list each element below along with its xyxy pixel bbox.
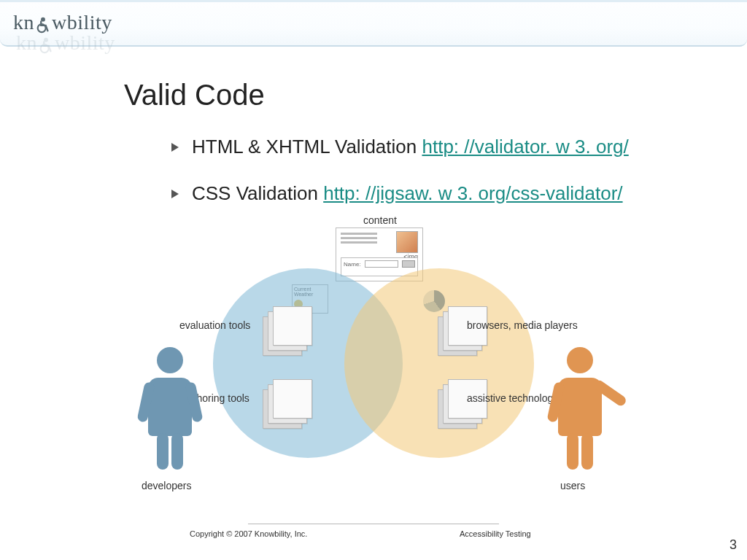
page-number: 3 [729, 537, 737, 553]
bullet-item: HTML & XHTML Validation http: //validato… [171, 135, 704, 160]
photo-icon [396, 231, 418, 253]
footer-copyright: Copyright © 2007 Knowbility, Inc. [190, 529, 307, 538]
footer-topic: Accessibility Testing [460, 529, 531, 538]
slide-title: Valid Code [124, 79, 265, 112]
bullet-marker-icon [171, 190, 179, 198]
developer-icon [137, 347, 203, 471]
assistive-stack [438, 379, 489, 430]
label-developers: developers [142, 480, 192, 491]
bullet-marker-icon [171, 143, 179, 152]
bullet-text: HTML & XHTML Validation [192, 136, 422, 158]
label-eval-tools: evaluation tools [179, 319, 250, 331]
label-content: content [363, 214, 397, 226]
slide: kn wbility kn wbility [0, 0, 747, 560]
bullet-text: CSS Validation [192, 182, 323, 204]
authoring-tools-stack [263, 379, 314, 430]
logo: kn wbility kn wbility [13, 11, 130, 42]
label-users: users [560, 480, 585, 491]
css-validator-link[interactable]: http: //jigsaw. w 3. org/css-validator/ [323, 182, 622, 204]
bullet-item: CSS Validation http: //jigsaw. w 3. org/… [171, 182, 704, 206]
bullet-list: HTML & XHTML Validation http: //validato… [171, 135, 704, 228]
venn-diagram [213, 261, 534, 465]
footer-divider [248, 524, 499, 524]
browsers-stack [438, 306, 489, 357]
wcag-diagram: content <img Name: Current Weather [146, 219, 601, 496]
eval-tools-stack [263, 306, 314, 357]
validator-link[interactable]: http: //validator. w 3. org/ [422, 136, 628, 158]
user-icon [547, 347, 613, 471]
label-browsers: browsers, media players [467, 319, 605, 331]
